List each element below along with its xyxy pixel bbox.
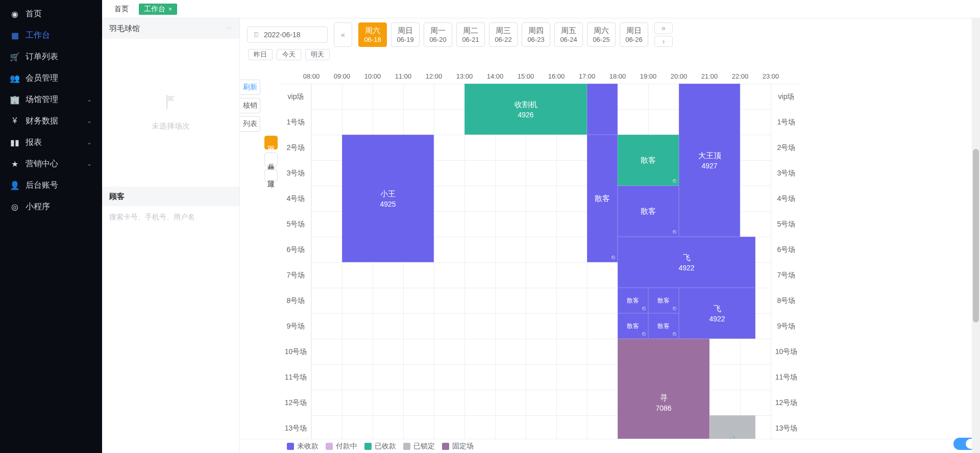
day-button-7[interactable]: 周六06-25: [587, 22, 616, 47]
booking-block[interactable]: 🔒: [709, 415, 755, 439]
time-header: 08:0009:0010:0011:0012:0013:0014:0015:00…: [281, 69, 801, 84]
quick-button-2[interactable]: 明天: [305, 49, 330, 60]
legend-label: 已锁定: [413, 442, 435, 451]
court-label-left: 9号场: [281, 314, 311, 339]
booking-name: 散客: [641, 156, 656, 165]
sidebar-item-6[interactable]: ▮▮报表⌄: [0, 132, 102, 153]
date-value: 2022-06-18: [264, 31, 301, 39]
close-icon[interactable]: ×: [168, 6, 172, 13]
day-button-0[interactable]: 周六06-18: [358, 22, 387, 47]
legend-swatch: [403, 443, 410, 450]
booking-block[interactable]: 散客⎋: [618, 313, 648, 339]
customer-search: [102, 206, 239, 228]
time-label: 10:00: [364, 72, 381, 80]
time-label: 12:00: [426, 72, 443, 80]
sidebar-item-4[interactable]: 🏢场馆管理⌄: [0, 89, 102, 110]
venue-select[interactable]: 羽毛球馆 ﹀: [102, 18, 239, 39]
sidebar-item-8[interactable]: 👤后台账号: [0, 174, 102, 196]
day-button-5[interactable]: 周四06-23: [522, 22, 550, 47]
side-chip-2[interactable]: 列表: [240, 116, 260, 132]
person-icon: 👤: [10, 181, 19, 190]
side-chip-0[interactable]: 刷新: [240, 80, 260, 95]
booking-block[interactable]: 散客⎋: [587, 135, 618, 262]
venue-name: 羽毛球馆: [109, 24, 140, 34]
tab-label: 首页: [114, 5, 129, 14]
legend-swatch: [364, 443, 372, 450]
sidebar-item-2[interactable]: 🛒订单列表: [0, 46, 102, 67]
court-label-left: 2号场: [281, 135, 311, 161]
court-label-right: 9号场: [771, 314, 801, 339]
booking-block[interactable]: 收割机4926: [464, 84, 587, 135]
scrollbar[interactable]: [972, 18, 980, 453]
booking-block[interactable]: 散客⎋: [618, 135, 679, 186]
day-button-3[interactable]: 周二06-21: [456, 22, 485, 47]
tab-1[interactable]: 工作台×: [139, 4, 177, 15]
sidebar-item-5[interactable]: ¥财务数据⌄: [0, 110, 102, 132]
calendar-icon: 🗓: [253, 31, 260, 39]
sidebar-item-1[interactable]: ▦工作台: [0, 24, 102, 46]
nav-next-day[interactable]: ›: [654, 36, 673, 47]
booking-block[interactable]: [587, 84, 618, 135]
day-dow: 周二: [463, 26, 478, 36]
sidebar-item-9[interactable]: ◎小程序: [0, 196, 102, 217]
sport-tab-0[interactable]: 羽毛球: [264, 136, 278, 149]
time-label: 09:00: [334, 72, 351, 80]
customer-search-input[interactable]: [109, 213, 232, 221]
scrollbar-thumb[interactable]: [973, 149, 979, 323]
booking-block[interactable]: 散客⎋: [648, 313, 679, 339]
court-label-right: 2号场: [771, 135, 801, 161]
main-area: 首页工作台× 羽毛球馆 ﹀ 未选择场次 顾客 🗓: [102, 0, 980, 453]
side-chip-1[interactable]: 核销: [240, 98, 260, 113]
caret-down-icon: ﹀: [226, 24, 232, 33]
tab-0[interactable]: 首页: [109, 4, 134, 15]
row-area: vip场vip场1号场1号场2号场2号场3号场3号场4号场4号场5号场5号场6号…: [281, 84, 801, 439]
sidebar-item-3[interactable]: 👥会员管理: [0, 67, 102, 89]
sport-tab-2[interactable]: 篮球: [264, 169, 278, 182]
content: 羽毛球馆 ﹀ 未选择场次 顾客 🗓 2022-06-18: [102, 18, 980, 453]
court-label-left: 1号场: [281, 110, 311, 135]
sidebar-item-label: 小程序: [26, 202, 50, 212]
booking-block[interactable]: 大王顶4927: [679, 84, 740, 237]
sidebar-item-label: 后台账号: [26, 180, 58, 191]
sport-tab-1[interactable]: 乒乓球: [264, 153, 278, 166]
schedule-grid[interactable]: 08:0009:0010:0011:0012:0013:0014:0015:00…: [281, 69, 980, 439]
no-selection-text: 未选择场次: [152, 121, 190, 131]
sidebar-item-7[interactable]: ★营销中心⌄: [0, 153, 102, 174]
booking-name: 散客: [627, 322, 639, 331]
booking-block[interactable]: 散客⎋: [618, 186, 679, 237]
day-button-2[interactable]: 周一06-20: [424, 22, 452, 47]
day-dow: 周四: [528, 26, 544, 36]
court-row[interactable]: 12号场12号场: [281, 390, 801, 415]
day-button-4[interactable]: 周三06-22: [489, 22, 518, 47]
booking-block[interactable]: 小王4925: [342, 135, 434, 262]
booking-block[interactable]: 散客⎋: [618, 288, 648, 313]
booking-block[interactable]: 飞4922: [618, 237, 755, 288]
sidebar-item-label: 首页: [26, 9, 42, 19]
legend-item: 已锁定: [403, 442, 435, 451]
booking-block[interactable]: 寻7086: [618, 339, 709, 439]
day-button-8[interactable]: 周日06-26: [620, 22, 648, 47]
booking-name: 飞: [683, 253, 691, 263]
person-icon: ⎋: [673, 228, 676, 235]
booking-block[interactable]: 飞4922: [679, 288, 755, 339]
day-date: 06-21: [462, 36, 479, 43]
nav-prev-week[interactable]: «: [334, 22, 352, 47]
day-button-6[interactable]: 周五06-24: [554, 22, 583, 47]
day-button-1[interactable]: 周日06-19: [391, 22, 420, 47]
day-dow: 周日: [626, 26, 642, 36]
quick-button-1[interactable]: 今天: [277, 49, 301, 60]
sidebar-item-0[interactable]: ◉首页: [0, 3, 102, 24]
court-row[interactable]: 11号场11号场: [281, 364, 801, 390]
day-date: 06-19: [397, 36, 413, 43]
person-icon: ⎋: [673, 177, 676, 184]
sidebar-item-label: 营销中心: [26, 159, 58, 169]
booking-block[interactable]: 散客⎋: [648, 288, 679, 313]
quick-button-0[interactable]: 昨日: [248, 49, 273, 60]
court-row[interactable]: 10号场10号场: [281, 339, 801, 364]
date-input[interactable]: 🗓 2022-06-18: [247, 27, 328, 43]
time-label: 15:00: [518, 72, 534, 80]
grid-icon: ▦: [10, 31, 19, 40]
star-icon: ★: [10, 159, 19, 169]
nav-next-week[interactable]: »: [654, 22, 673, 34]
time-label: 13:00: [456, 72, 473, 80]
